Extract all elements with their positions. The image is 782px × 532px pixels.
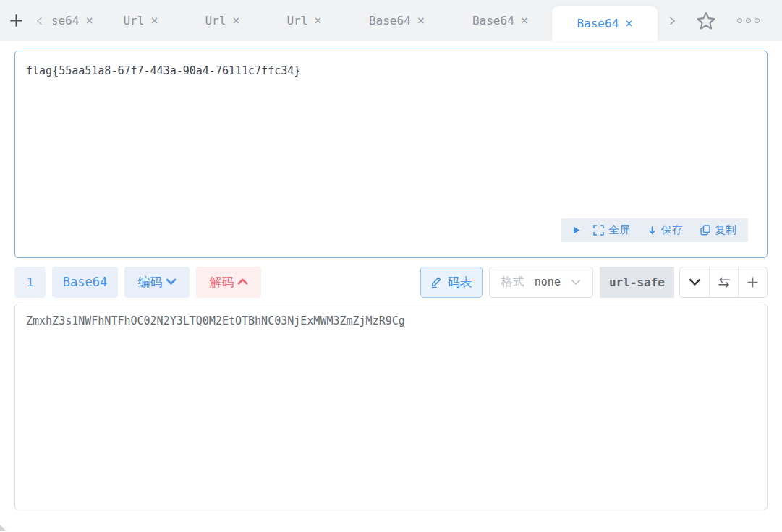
tab-close-icon[interactable]: × (521, 14, 528, 27)
tab-bar: Base64 × Url × Url × Url × Base64 × Base… (0, 0, 782, 41)
tab-close-icon[interactable]: × (314, 14, 321, 27)
tab-label: Url (205, 14, 226, 27)
star-icon (695, 10, 717, 32)
tab-base64-active[interactable]: Base64 × (552, 6, 658, 41)
variant-value-chip[interactable]: url-safe (600, 267, 674, 298)
input-toolbar: 全屏 保存 复制 (561, 218, 748, 242)
format-value: none (535, 275, 561, 288)
save-label: 保存 (661, 223, 683, 237)
tab-url-1[interactable]: Url × (100, 0, 182, 41)
decode-label: 解码 (210, 274, 234, 291)
variant-dropdown-button[interactable] (680, 267, 709, 297)
plus-icon (8, 12, 25, 29)
tab-base64-2[interactable]: Base64 × (449, 0, 552, 41)
fullscreen-button[interactable]: 全屏 (593, 223, 630, 237)
algorithm-button[interactable]: Base64 (52, 267, 118, 298)
add-step-button[interactable] (738, 267, 767, 297)
swap-arrows-icon (717, 277, 731, 288)
tab-label: Base64 (472, 14, 514, 27)
more-options-button[interactable] (737, 18, 770, 23)
copy-icon (700, 225, 710, 236)
chevron-right-icon (668, 16, 676, 26)
main-content: flag{55aa51a8-67f7-443a-90a4-76111c7ffc3… (0, 41, 782, 510)
tab-close-icon[interactable]: × (85, 14, 93, 27)
tab-close-icon[interactable]: × (232, 14, 239, 27)
tab-base64-clipped[interactable]: Base64 × (46, 0, 100, 41)
copy-label: 复制 (715, 223, 736, 237)
encoder-tool-window: Base64 × Url × Url × Url × Base64 × Base… (0, 0, 782, 510)
copy-button[interactable]: 复制 (700, 223, 736, 237)
plus-icon (747, 276, 759, 288)
tab-label: Base64 (53, 14, 79, 27)
save-button[interactable]: 保存 (647, 223, 683, 237)
tab-bar-actions (665, 10, 770, 32)
tab-list: Base64 × Url × Url × Url × Base64 × Base… (46, 0, 658, 41)
tab-close-icon[interactable]: × (625, 17, 632, 30)
tab-label: Url (123, 14, 144, 27)
code-table-label: 码表 (448, 274, 472, 291)
chevron-up-icon (237, 278, 248, 286)
chevron-down-icon (689, 278, 701, 286)
dot-icon (755, 18, 760, 23)
fullscreen-label: 全屏 (608, 223, 630, 237)
favorite-button[interactable] (695, 10, 717, 32)
code-table-button[interactable]: 码表 (420, 267, 483, 298)
decode-button[interactable]: 解码 (196, 267, 261, 298)
fullscreen-icon (593, 225, 604, 236)
step-number-button[interactable]: 1 (14, 267, 46, 298)
tab-close-icon[interactable]: × (417, 14, 425, 27)
chevron-down-icon (571, 279, 581, 286)
download-icon (647, 226, 657, 236)
output-textarea[interactable]: ZmxhZ3s1NWFhNTFhOC02N2Y3LTQ0M2EtOTBhNC03… (15, 304, 767, 510)
play-icon (573, 226, 580, 235)
tab-url-2[interactable]: Url × (182, 0, 263, 41)
options-controls: 码表 格式 none url-safe (420, 267, 768, 298)
new-tab-button[interactable] (0, 12, 32, 29)
pencil-icon (430, 276, 442, 288)
mini-toolbar (679, 267, 768, 298)
tab-base64-1[interactable]: Base64 × (345, 0, 449, 41)
scroll-tabs-right-button[interactable] (665, 16, 679, 26)
encode-button[interactable]: 编码 (124, 267, 190, 298)
toolbar-collapse-button[interactable] (573, 226, 580, 235)
dot-icon (737, 18, 742, 23)
tab-url-3[interactable]: Url × (263, 0, 345, 41)
encode-label: 编码 (138, 274, 163, 291)
chevron-left-icon (35, 16, 43, 26)
operation-controls: 1 Base64 编码 解码 码表 格式 none (14, 266, 768, 298)
scroll-tabs-left-button[interactable] (32, 16, 46, 26)
format-select[interactable]: 格式 none (489, 267, 593, 298)
output-panel: ZmxhZ3s1NWFhNTFhOC02N2Y3LTQ0M2EtOTBhNC03… (14, 304, 768, 510)
input-panel: flag{55aa51a8-67f7-443a-90a4-76111c7ffc3… (14, 51, 768, 258)
swap-input-output-button[interactable] (709, 267, 738, 297)
dot-icon (746, 18, 751, 23)
chevron-down-icon (166, 278, 177, 286)
tab-label: Base64 (369, 14, 411, 27)
resize-handle[interactable] (0, 525, 7, 531)
format-label: 格式 (501, 275, 524, 290)
tab-label: Url (286, 14, 307, 27)
tab-label: Base64 (577, 17, 619, 30)
tab-close-icon[interactable]: × (150, 14, 158, 27)
